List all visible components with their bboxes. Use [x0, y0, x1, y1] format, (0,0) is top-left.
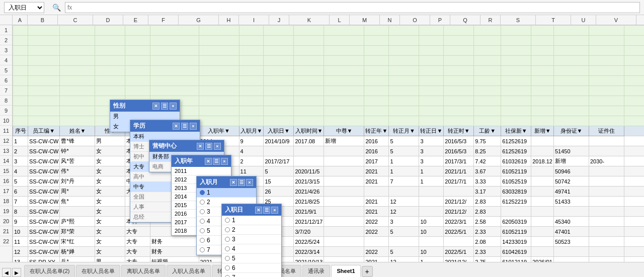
day-item-5[interactable]: 6	[222, 263, 281, 273]
cell-r6-c2[interactable]	[60, 76, 95, 86]
cell-d5-c2[interactable]: 周*	[60, 187, 95, 197]
cell-r3-c19[interactable]	[589, 46, 624, 56]
cell-r1-c1[interactable]	[28, 26, 60, 36]
cell-r3-c18[interactable]	[553, 46, 589, 56]
cell-d8-c15[interactable]: 2.58	[474, 217, 501, 227]
cell-d11-c12[interactable]: 5	[389, 247, 419, 257]
cell-d7-c15[interactable]: 2.83	[474, 207, 501, 217]
cell-d9-c10[interactable]	[324, 227, 364, 237]
cell-r8-c8[interactable]	[264, 96, 294, 106]
month-item-0[interactable]: 1	[197, 188, 256, 198]
cell-r2-c18[interactable]	[553, 36, 589, 46]
cell-r5-c12[interactable]	[389, 66, 419, 76]
cell-r8-c18[interactable]	[553, 96, 589, 106]
cell-d10-c14[interactable]	[444, 237, 474, 247]
cell-d3-c7[interactable]: 11	[239, 166, 264, 176]
cell-d7-c16[interactable]	[501, 207, 531, 217]
cell-r10-c17[interactable]	[531, 116, 554, 126]
cell-r2-c19[interactable]	[589, 36, 624, 46]
cell-r4-c7[interactable]	[239, 56, 264, 66]
cell-r1-c17[interactable]	[531, 26, 554, 36]
cell-r6-c15[interactable]	[474, 76, 501, 86]
cell-r4-c4[interactable]	[125, 56, 150, 66]
cell-d1-c8[interactable]	[264, 146, 294, 156]
cell-d4-c0[interactable]: 5	[13, 176, 28, 187]
cell-r10-c2[interactable]	[60, 116, 95, 126]
cell-d6-c15[interactable]: 2.83	[474, 197, 501, 207]
cell-d1-c14[interactable]: 2016/5/3	[444, 146, 474, 156]
cell-d9-c14[interactable]: 2022/5/1	[444, 227, 474, 237]
cell-d2-c13[interactable]: 3	[419, 156, 444, 166]
cell-r4-c6[interactable]	[199, 56, 239, 66]
cell-d7-c12[interactable]: 12	[389, 207, 419, 217]
cell-d8-c2[interactable]: 庐*熙	[60, 217, 95, 227]
cell-d2-c15[interactable]: 7.42	[474, 156, 501, 166]
cell-d10-c17[interactable]	[531, 237, 554, 247]
cell-r3-c4[interactable]	[125, 46, 150, 56]
sheet-tab-7[interactable]: Sheet1	[331, 265, 360, 277]
cell-d3-c8[interactable]: 5	[264, 166, 294, 176]
header-col-15[interactable]: 工龄▼	[474, 126, 501, 136]
cell-r3-c11[interactable]	[364, 46, 389, 56]
cell-r9-c0[interactable]	[13, 106, 28, 116]
year-multi-icon[interactable]: ☰	[213, 158, 220, 165]
cell-d1-c15[interactable]: 8.25	[474, 146, 501, 156]
cell-r8-c1[interactable]	[28, 96, 60, 106]
cell-r7-c3[interactable]	[95, 86, 125, 96]
cell-r6-c6[interactable]	[199, 76, 239, 86]
cell-r8-c20[interactable]	[624, 96, 644, 106]
cell-d5-c12[interactable]	[389, 187, 419, 197]
cell-r9-c20[interactable]	[624, 106, 644, 116]
cell-r1-c3[interactable]	[95, 26, 125, 36]
cell-r6-c1[interactable]	[28, 76, 60, 86]
formula-input[interactable]	[65, 2, 640, 13]
cell-d4-c11[interactable]: 2021	[364, 176, 389, 187]
cell-r10-c15[interactable]	[474, 116, 501, 126]
cell-d6-c11[interactable]: 2021	[364, 197, 389, 207]
cell-r9-c15[interactable]	[474, 106, 501, 116]
cell-r4-c19[interactable]	[589, 56, 624, 66]
cell-d8-c18[interactable]: 45340	[553, 217, 589, 227]
cell-r7-c16[interactable]	[501, 86, 531, 96]
cell-d4-c14[interactable]: 2021/7/1	[444, 176, 474, 187]
cell-d3-c10[interactable]	[324, 166, 364, 176]
cell-d6-c2[interactable]: 焦*	[60, 197, 95, 207]
cell-r6-c14[interactable]	[444, 76, 474, 86]
cell-r4-c17[interactable]	[531, 56, 554, 66]
cell-d9-c1[interactable]: SS-CW-CW	[28, 227, 60, 237]
cell-r7-c19[interactable]	[589, 86, 624, 96]
cell-d11-c3[interactable]: 女	[95, 247, 125, 257]
cell-r6-c16[interactable]	[501, 76, 531, 86]
day-clear-icon[interactable]: ✕	[255, 207, 262, 214]
cell-d11-c11[interactable]: 2022	[364, 247, 389, 257]
cell-r4-c11[interactable]	[364, 56, 389, 66]
cell-r4-c2[interactable]	[60, 56, 95, 66]
cell-r5-c2[interactable]	[60, 66, 95, 76]
cell-r1-c5[interactable]	[150, 26, 199, 36]
cell-d0-c1[interactable]: SS-CW-CW	[28, 136, 60, 146]
header-col-0[interactable]: 序号	[13, 126, 28, 136]
cell-d8-c11[interactable]: 2022	[364, 217, 389, 227]
header-col-19[interactable]: 证件住	[589, 126, 624, 136]
cell-d5-c0[interactable]: 6	[13, 187, 28, 197]
cell-d3-c15[interactable]: 3.67	[474, 166, 501, 176]
cell-r6-c9[interactable]	[294, 76, 324, 86]
cell-r2-c7[interactable]	[239, 36, 264, 46]
cell-d1-c13[interactable]: 3	[419, 146, 444, 156]
cell-d7-c10[interactable]	[324, 207, 364, 217]
header-col-12[interactable]: 转正月▼	[389, 126, 419, 136]
cell-d8-c14[interactable]: 2022/3/1	[444, 217, 474, 227]
cell-d10-c4[interactable]: 大专	[125, 237, 150, 247]
cell-d0-c2[interactable]: 曹*锋	[60, 136, 95, 146]
cell-r7-c0[interactable]	[13, 86, 28, 96]
cell-d0-c3[interactable]: 男	[95, 136, 125, 146]
cell-r6-c18[interactable]	[553, 76, 589, 86]
cell-r7-c11[interactable]	[364, 86, 389, 96]
sheet-tab-2[interactable]: 离职人员名单	[121, 265, 166, 277]
cell-r4-c9[interactable]	[294, 56, 324, 66]
cell-r3-c13[interactable]	[419, 46, 444, 56]
cell-d0-c17[interactable]	[531, 136, 554, 146]
cell-r7-c13[interactable]	[419, 86, 444, 96]
cell-d5-c15[interactable]: 3.17	[474, 187, 501, 197]
month-close-icon[interactable]: ×	[246, 179, 253, 186]
